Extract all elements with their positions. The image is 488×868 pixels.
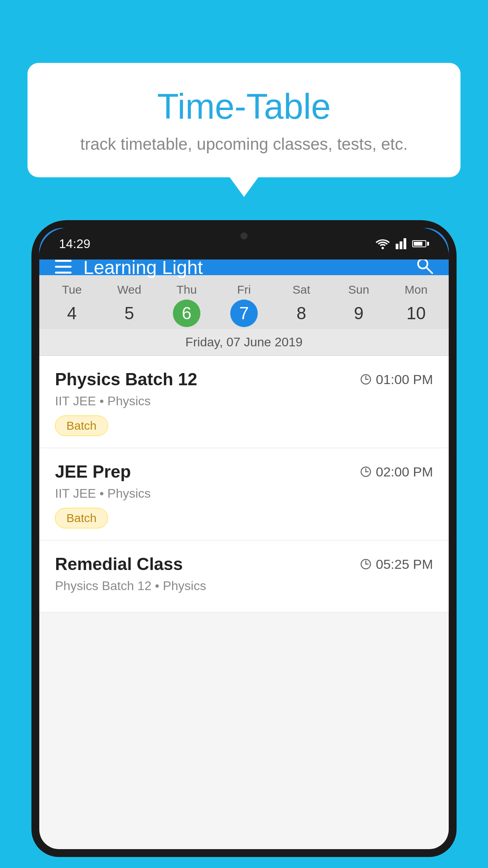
speech-bubble: Time-Table track timetable, upcoming cla… (28, 63, 460, 177)
signal-icon (396, 238, 406, 249)
day-number: 10 (402, 300, 430, 327)
day-name: Sat (292, 283, 310, 296)
day-number: 5 (116, 300, 143, 327)
app-bar-title: Learning Light (83, 257, 416, 278)
menu-icon[interactable] (55, 257, 72, 278)
class-list: Physics Batch 12 01:00 PMIIT JEE • Physi… (39, 356, 449, 612)
class-name: Remedial Class (55, 554, 183, 574)
day-number: 9 (345, 300, 372, 327)
status-bar: 14:29 (39, 228, 449, 259)
class-meta: Physics Batch 12 • Physics (55, 579, 433, 593)
class-time: 05:25 PM (360, 557, 433, 572)
day-column-wed[interactable]: Wed5 (101, 283, 158, 327)
day-column-mon[interactable]: Mon10 (387, 283, 445, 327)
day-name: Tue (62, 283, 82, 296)
phone-notch (228, 228, 260, 244)
day-number: 7 (230, 300, 258, 327)
class-meta: IIT JEE • Physics (55, 394, 433, 408)
svg-rect-1 (55, 260, 72, 262)
batch-badge: Batch (55, 416, 108, 436)
svg-line-5 (426, 267, 432, 273)
class-item[interactable]: JEE Prep 02:00 PMIIT JEE • PhysicsBatch (39, 448, 449, 541)
day-column-tue[interactable]: Tue4 (43, 283, 101, 327)
class-meta: IIT JEE • Physics (55, 486, 433, 501)
bubble-subtitle: track timetable, upcoming classes, tests… (51, 135, 437, 154)
svg-point-0 (382, 247, 384, 249)
selected-date-label: Friday, 07 June 2019 (39, 329, 449, 356)
day-name: Wed (117, 283, 141, 296)
day-column-sun[interactable]: Sun9 (330, 283, 387, 327)
day-column-thu[interactable]: Thu6 (158, 283, 215, 327)
camera (240, 232, 248, 239)
day-number: 8 (288, 300, 315, 327)
day-name: Mon (405, 283, 427, 296)
phone-screen: Learning Light Tue4Wed5Thu6Fri7Sat8Sun9M… (39, 228, 449, 849)
day-name: Sun (348, 283, 369, 296)
calendar-week: Tue4Wed5Thu6Fri7Sat8Sun9Mon10 (39, 275, 449, 329)
status-time: 14:29 (59, 237, 90, 251)
day-number: 4 (58, 300, 86, 327)
battery-icon (412, 240, 429, 247)
wifi-icon (376, 238, 390, 249)
class-time: 02:00 PM (360, 464, 433, 480)
search-button[interactable] (416, 257, 433, 278)
class-name: JEE Prep (55, 462, 131, 482)
day-name: Fri (237, 283, 251, 296)
speech-bubble-container: Time-Table track timetable, upcoming cla… (28, 63, 460, 177)
class-name: Physics Batch 12 (55, 370, 197, 389)
svg-rect-3 (55, 272, 72, 274)
day-column-sat[interactable]: Sat8 (273, 283, 330, 327)
class-time: 01:00 PM (360, 372, 433, 387)
class-item[interactable]: Physics Batch 12 01:00 PMIIT JEE • Physi… (39, 356, 449, 448)
bubble-title: Time-Table (51, 86, 437, 127)
day-name: Thu (176, 283, 197, 296)
day-number: 6 (173, 300, 200, 327)
day-column-fri[interactable]: Fri7 (215, 283, 273, 327)
class-item[interactable]: Remedial Class 05:25 PMPhysics Batch 12 … (39, 541, 449, 612)
phone-outer-shell: 14:29 (31, 220, 457, 857)
svg-rect-2 (55, 266, 72, 268)
status-icons (376, 238, 429, 249)
phone-mockup: 14:29 (31, 220, 457, 868)
batch-badge: Batch (55, 508, 108, 528)
